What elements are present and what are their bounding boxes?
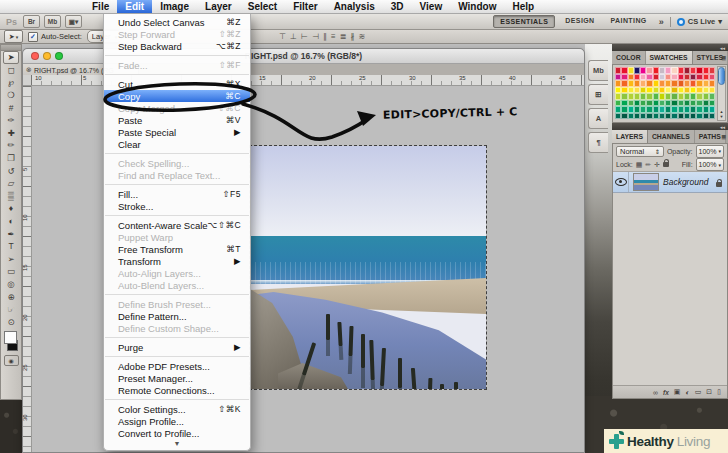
- blend-mode-dropdown[interactable]: Normal ⇕: [616, 146, 664, 157]
- canvas-image-with-selection[interactable]: [250, 146, 486, 389]
- align-icon-7[interactable]: ∦: [350, 32, 354, 41]
- edit-menu-item-convert-to-profile[interactable]: Convert to Profile...: [104, 427, 250, 439]
- type-tool-icon[interactable]: T: [3, 240, 19, 253]
- edit-menu-item-fill[interactable]: Fill...⇧F5: [104, 188, 250, 200]
- collapse-panels-icon[interactable]: ◂◂: [720, 45, 725, 51]
- zoom-tool-icon[interactable]: ⊙: [3, 315, 19, 328]
- layer-thumbnail[interactable]: [633, 173, 659, 191]
- edit-menu-item-define-pattern[interactable]: Define Pattern...: [104, 310, 250, 322]
- healing-brush-tool-icon[interactable]: ✚: [3, 127, 19, 140]
- new-group-icon[interactable]: ▭: [695, 388, 702, 396]
- align-icon-3[interactable]: ⊣: [312, 32, 319, 41]
- layer-style-icon[interactable]: fx: [663, 389, 669, 396]
- panel-menu-icon[interactable]: ≣: [721, 133, 726, 140]
- link-layers-icon[interactable]: ∞: [653, 389, 658, 396]
- auto-select-checkbox[interactable]: ✓: [28, 32, 38, 42]
- eyedropper-tool-icon[interactable]: ✑: [3, 114, 19, 127]
- dodge-tool-icon[interactable]: ◐: [3, 215, 19, 228]
- auto-select-toggle[interactable]: ✓ Auto-Select:: [28, 32, 82, 42]
- lock-icon-2[interactable]: ✛: [654, 161, 660, 169]
- fill-dropdown[interactable]: 100% ▾: [696, 158, 724, 171]
- align-icon-4[interactable]: ∥: [323, 32, 327, 41]
- align-icon-6[interactable]: ≣: [340, 32, 347, 41]
- pen-tool-icon[interactable]: ✒: [3, 227, 19, 240]
- edit-menu-item-purge[interactable]: Purge▶: [104, 341, 250, 353]
- tab-channels[interactable]: CHANNELS: [648, 130, 695, 143]
- menu-scroll-more-icon[interactable]: ▼: [104, 439, 250, 448]
- workspace-button-painting[interactable]: PAINTING: [605, 15, 653, 28]
- menubar-item-file[interactable]: File: [84, 0, 117, 13]
- layer-row-background[interactable]: Background: [613, 172, 727, 193]
- edit-menu-item-assign-profile[interactable]: Assign Profile...: [104, 415, 250, 427]
- move-tool-icon[interactable]: ➤: [3, 51, 19, 64]
- close-tab-icon[interactable]: ⊗: [26, 66, 32, 74]
- delete-layer-icon[interactable]: ▯: [717, 388, 721, 396]
- swatches-scrollbar[interactable]: ▲ ▼: [717, 66, 726, 121]
- swatch-7-15[interactable]: [709, 113, 715, 120]
- menubar-item-edit[interactable]: Edit: [117, 0, 152, 13]
- foreground-background-colors[interactable]: [3, 330, 19, 352]
- add-layer-mask-icon[interactable]: ▣: [674, 388, 681, 396]
- opacity-dropdown[interactable]: 100% ▾: [696, 145, 724, 158]
- align-icon-8[interactable]: ≋: [358, 32, 365, 41]
- menubar-item-window[interactable]: Window: [450, 0, 504, 13]
- align-icon-0[interactable]: ⊤: [279, 32, 286, 41]
- 3d-orbit-tool-icon[interactable]: ⊕: [3, 290, 19, 303]
- history-panel-button[interactable]: ⊞: [588, 84, 608, 105]
- eraser-tool-icon[interactable]: ▱: [3, 177, 19, 190]
- shape-tool-icon[interactable]: ▭: [3, 265, 19, 278]
- menubar-item-analysis[interactable]: Analysis: [326, 0, 383, 13]
- lock-icon-0[interactable]: ▦: [636, 161, 643, 169]
- edit-menu-item-remote-connections[interactable]: Remote Connections...: [104, 384, 250, 396]
- edit-menu-item-cut[interactable]: Cut⌘X: [104, 78, 250, 90]
- edit-menu-item-stroke[interactable]: Stroke...: [104, 200, 250, 212]
- crop-tool-icon[interactable]: #: [3, 101, 19, 114]
- edit-menu-item-copy[interactable]: Copy⌘C: [104, 90, 250, 102]
- character-panel-button[interactable]: A: [588, 108, 608, 129]
- edit-menu-item-preset-manager[interactable]: Preset Manager...: [104, 372, 250, 384]
- gradient-tool-icon[interactable]: ▒: [3, 190, 19, 203]
- panel-group-header[interactable]: ◂◂: [612, 123, 728, 130]
- tab-color[interactable]: COLOR: [612, 51, 646, 64]
- foreground-color-chip[interactable]: [4, 331, 17, 344]
- brush-tool-icon[interactable]: ✏: [3, 139, 19, 152]
- edit-menu-item-paste[interactable]: Paste⌘V: [104, 114, 250, 126]
- lasso-tool-icon[interactable]: ℘: [3, 76, 19, 89]
- edit-menu-item-content-aware-scale[interactable]: Content-Aware Scale⌥⇧⌘C: [104, 219, 250, 231]
- hand-tool-icon[interactable]: ☞: [3, 303, 19, 316]
- workspace-overflow-icon[interactable]: »: [659, 17, 664, 27]
- history-brush-tool-icon[interactable]: ↺: [3, 164, 19, 177]
- scroll-down-icon[interactable]: ▼: [718, 114, 725, 119]
- menubar-item-3d[interactable]: 3D: [383, 0, 412, 13]
- collapse-panels-icon[interactable]: ◂◂: [720, 124, 725, 130]
- workspace-button-essentials[interactable]: ESSENTIALS: [493, 15, 555, 28]
- mini-bridge-panel-button[interactable]: Mb: [588, 60, 608, 81]
- menubar-item-help[interactable]: Help: [504, 0, 542, 13]
- menubar-item-layer[interactable]: Layer: [197, 0, 240, 13]
- arrange-documents-icon[interactable]: ▣▾: [65, 15, 82, 28]
- edit-menu-item-transform[interactable]: Transform▶: [104, 255, 250, 267]
- panel-menu-icon[interactable]: ≣: [721, 54, 726, 61]
- quick-mask-button[interactable]: ◉: [4, 355, 19, 366]
- clone-stamp-tool-icon[interactable]: ❐: [3, 152, 19, 165]
- workspace-button-design[interactable]: DESIGN: [559, 15, 600, 28]
- bridge-launcher-icon[interactable]: Br: [23, 15, 40, 28]
- mini-bridge-launcher-icon[interactable]: Mb: [44, 15, 61, 28]
- cs-live-button[interactable]: CS Live ▾: [677, 17, 722, 26]
- marquee-tool-icon[interactable]: ◻: [3, 64, 19, 77]
- quick-selection-tool-icon[interactable]: ❍: [3, 89, 19, 102]
- menubar-item-image[interactable]: Image: [152, 0, 197, 13]
- edit-menu-item-undo-select-canvas[interactable]: Undo Select Canvas⌘Z: [104, 16, 250, 28]
- 3d-rotate-tool-icon[interactable]: ◎: [3, 278, 19, 291]
- current-tool-preset[interactable]: ➤ ▾: [4, 30, 23, 43]
- edit-menu-item-clear[interactable]: Clear: [104, 138, 250, 150]
- panel-group-header[interactable]: ◂◂: [612, 44, 728, 51]
- paragraph-panel-button[interactable]: ¶: [588, 132, 608, 153]
- align-icon-1[interactable]: ⊥: [290, 32, 297, 41]
- scrollbar-thumb[interactable]: [718, 67, 725, 85]
- blur-tool-icon[interactable]: ♦: [3, 202, 19, 215]
- edit-menu-item-step-backward[interactable]: Step Backward⌥⌘Z: [104, 40, 250, 52]
- menubar-item-view[interactable]: View: [412, 0, 451, 13]
- edit-menu-item-free-transform[interactable]: Free Transform⌘T: [104, 243, 250, 255]
- layer-visibility-toggle[interactable]: [613, 172, 629, 192]
